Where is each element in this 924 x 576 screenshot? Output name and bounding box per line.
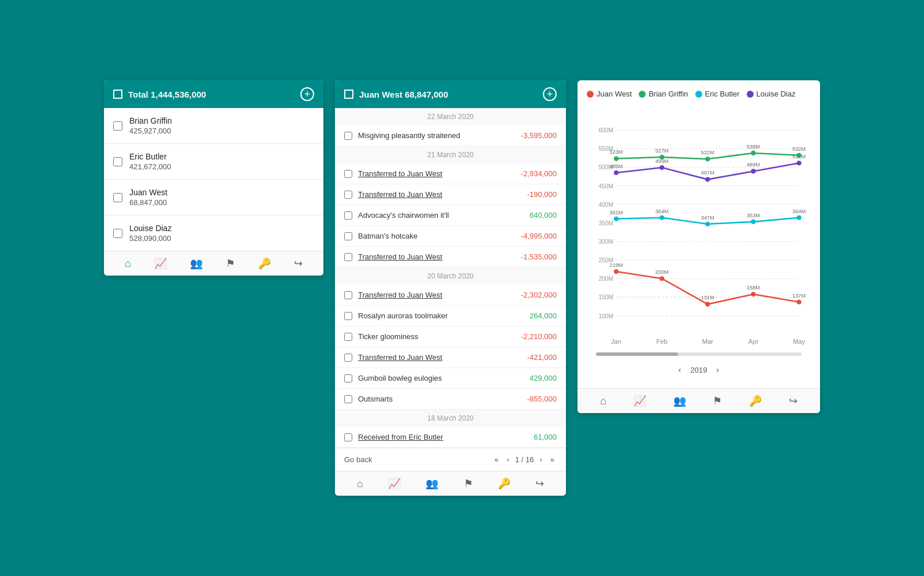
account-checkbox[interactable] bbox=[113, 193, 122, 202]
chart-nav: ‹ 2019 › bbox=[587, 361, 811, 379]
transaction-desc[interactable]: Transferred to Juan West bbox=[358, 190, 521, 199]
legend-item: Louise Diaz bbox=[747, 90, 796, 98]
c-key-icon[interactable]: 🔑 bbox=[749, 395, 762, 407]
accounts-panel-header: Total 1,444,536,000 + bbox=[104, 80, 323, 108]
legend-label: Louise Diaz bbox=[757, 90, 796, 98]
home-icon[interactable]: ⌂ bbox=[125, 258, 131, 270]
svg-text:347M: 347M bbox=[701, 215, 714, 221]
accounts-header-left: Total 1,444,536,000 bbox=[113, 90, 206, 99]
transaction-checkbox[interactable] bbox=[344, 170, 352, 178]
transaction-item: Outsmarts -855,000 bbox=[335, 389, 566, 410]
transaction-desc[interactable]: Transferred to Juan West bbox=[358, 252, 515, 261]
users-icon[interactable]: 👥 bbox=[190, 257, 203, 270]
transaction-checkbox[interactable] bbox=[344, 191, 352, 199]
t-logout-icon[interactable]: ↪ bbox=[535, 477, 544, 490]
first-page-button[interactable]: « bbox=[492, 454, 501, 465]
transaction-amount: -421,000 bbox=[527, 353, 557, 362]
transaction-desc: Advocacy's chairwomen it'll bbox=[358, 211, 524, 220]
prev-page-button[interactable]: ‹ bbox=[505, 454, 512, 465]
svg-text:532M: 532M bbox=[792, 146, 806, 152]
transaction-checkbox[interactable] bbox=[344, 354, 352, 362]
transaction-desc[interactable]: Transferred to Juan West bbox=[358, 169, 515, 178]
chart-prev-button[interactable]: ‹ bbox=[679, 365, 681, 374]
transactions-panel-header: Juan West 68,847,000 + bbox=[335, 80, 566, 108]
t-flag-icon[interactable]: ⚑ bbox=[464, 477, 473, 490]
transaction-checkbox[interactable] bbox=[344, 433, 352, 441]
t-home-icon[interactable]: ⌂ bbox=[357, 478, 363, 490]
account-checkbox[interactable] bbox=[113, 157, 122, 166]
svg-text:200M: 200M bbox=[598, 276, 613, 282]
chart-svg: 600M550M500M450M400M350M300M250M200M150M… bbox=[587, 107, 811, 350]
svg-text:364M: 364M bbox=[792, 209, 806, 214]
chart-icon[interactable]: 📈 bbox=[154, 257, 167, 270]
transaction-amount: 640,000 bbox=[530, 211, 557, 220]
transaction-checkbox[interactable] bbox=[344, 232, 352, 240]
legend-dot bbox=[747, 91, 754, 98]
transactions-header-checkbox[interactable] bbox=[344, 90, 353, 99]
transaction-checkbox[interactable] bbox=[344, 291, 352, 299]
transaction-checkbox[interactable] bbox=[344, 374, 352, 382]
svg-text:600M: 600M bbox=[598, 127, 613, 133]
transaction-desc[interactable]: Received from Eric Butler bbox=[358, 433, 528, 441]
account-item[interactable]: Juan West 68,847,000 bbox=[104, 180, 323, 215]
account-info: Juan West 68,847,000 bbox=[129, 188, 167, 207]
transactions-header-left: Juan West 68,847,000 bbox=[344, 90, 448, 99]
chart-legend: Juan West Brian Griffin Eric Butler Loui… bbox=[587, 90, 811, 98]
logout-icon[interactable]: ↪ bbox=[294, 257, 303, 270]
next-page-button[interactable]: › bbox=[537, 454, 544, 465]
account-item[interactable]: Louise Diaz 528,090,000 bbox=[104, 215, 323, 251]
transaction-desc: Gumboil bowleg eulogies bbox=[358, 374, 524, 382]
transaction-checkbox[interactable] bbox=[344, 132, 352, 140]
svg-text:538M: 538M bbox=[747, 144, 760, 150]
t-chart-icon[interactable]: 📈 bbox=[388, 477, 401, 490]
transaction-checkbox[interactable] bbox=[344, 333, 352, 341]
c-home-icon[interactable]: ⌂ bbox=[600, 395, 606, 407]
c-logout-icon[interactable]: ↪ bbox=[789, 395, 798, 407]
transaction-checkbox[interactable] bbox=[344, 211, 352, 220]
svg-text:400M: 400M bbox=[598, 202, 613, 208]
accounts-add-button[interactable]: + bbox=[300, 87, 314, 101]
transaction-item: Transferred to Juan West -421,000 bbox=[335, 347, 566, 368]
scroll-thumb bbox=[596, 352, 678, 356]
legend-dot bbox=[587, 91, 594, 98]
go-back-button[interactable]: Go back bbox=[344, 455, 372, 464]
c-flag-icon[interactable]: ⚑ bbox=[713, 395, 722, 407]
svg-point-49 bbox=[660, 165, 664, 170]
t-users-icon[interactable]: 👥 bbox=[426, 477, 438, 490]
transaction-checkbox[interactable] bbox=[344, 312, 352, 320]
key-icon[interactable]: 🔑 bbox=[258, 257, 271, 270]
chart-next-button[interactable]: › bbox=[716, 365, 719, 374]
svg-text:Mar: Mar bbox=[702, 338, 714, 345]
t-key-icon[interactable]: 🔑 bbox=[498, 477, 511, 490]
pagination: « ‹ 1 / 16 › » bbox=[492, 454, 557, 465]
transaction-checkbox[interactable] bbox=[344, 395, 352, 403]
account-balance: 68,847,000 bbox=[129, 198, 167, 207]
account-balance: 421,672,000 bbox=[129, 162, 171, 171]
account-name: Eric Butler bbox=[129, 152, 171, 161]
accounts-header-checkbox[interactable] bbox=[113, 90, 122, 99]
svg-point-59 bbox=[660, 276, 664, 281]
c-users-icon[interactable]: 👥 bbox=[673, 395, 686, 407]
svg-point-31 bbox=[705, 157, 710, 161]
account-info: Brian Griffin 425,927,000 bbox=[129, 116, 172, 135]
account-item[interactable]: Brian Griffin 425,927,000 bbox=[104, 108, 323, 144]
accounts-panel-title: Total 1,444,536,000 bbox=[128, 90, 206, 99]
transaction-desc[interactable]: Transferred to Juan West bbox=[358, 291, 515, 299]
transaction-desc[interactable]: Transferred to Juan West bbox=[358, 353, 521, 362]
scroll-indicator[interactable] bbox=[596, 352, 802, 356]
transactions-add-button[interactable]: + bbox=[543, 87, 557, 101]
svg-text:219M: 219M bbox=[610, 262, 623, 268]
svg-text:100M: 100M bbox=[598, 313, 613, 319]
account-info: Eric Butler 421,672,000 bbox=[129, 152, 171, 171]
svg-point-43 bbox=[751, 220, 755, 224]
account-item[interactable]: Eric Butler 421,672,000 bbox=[104, 144, 323, 180]
account-checkbox[interactable] bbox=[113, 229, 122, 238]
account-name: Juan West bbox=[129, 188, 167, 197]
last-page-button[interactable]: » bbox=[548, 454, 557, 465]
transaction-checkbox[interactable] bbox=[344, 253, 352, 261]
c-chart-icon[interactable]: 📈 bbox=[634, 395, 646, 407]
svg-point-33 bbox=[751, 151, 755, 155]
flag-icon[interactable]: ⚑ bbox=[226, 257, 235, 270]
transaction-amount: -1,535,000 bbox=[521, 252, 557, 261]
account-checkbox[interactable] bbox=[113, 121, 122, 131]
